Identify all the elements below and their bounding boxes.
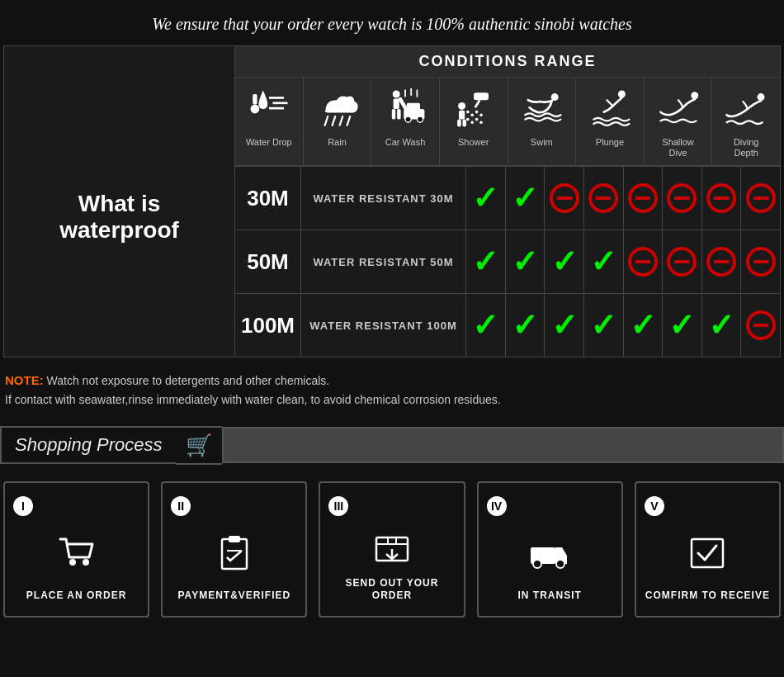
step-label: PAYMENT&VERIFIED (177, 589, 290, 603)
process-steps: I PLACE AN ORDERII PAYMENT&VERIFIEDIII S… (0, 481, 784, 618)
data-cell (545, 167, 584, 230)
data-cell (741, 230, 780, 293)
step-icon (214, 523, 255, 584)
diving-depth-label: DivingDepth (734, 137, 759, 159)
data-cell (663, 230, 702, 293)
svg-point-16 (405, 116, 411, 122)
svg-point-24 (470, 113, 474, 116)
step-label: SEND OUT YOUR ORDER (328, 577, 455, 603)
table-container: What is waterproof (4, 78, 780, 357)
note-text1: Watch not exposure to detergents and oth… (44, 374, 330, 387)
data-cell (702, 167, 742, 230)
data-cell: ✓ (702, 294, 742, 357)
svg-rect-10 (394, 98, 399, 109)
step-card: III SEND OUT YOUR ORDER (319, 481, 465, 618)
svg-rect-52 (692, 539, 723, 567)
step-card: V COMFIRM TO RECEIVE (635, 481, 781, 618)
diving-depth-icon (721, 84, 771, 134)
icon-cell-swim: Swim (508, 78, 577, 165)
table-row: 100MWATER RESISTANT 100M✓✓✓✓✓✓✓ (235, 293, 780, 357)
svg-point-28 (470, 121, 474, 124)
svg-point-26 (479, 113, 483, 116)
plunge-icon (585, 84, 635, 134)
data-cell (663, 167, 702, 230)
step-icon (687, 523, 728, 584)
banner-text: We ensure that your order every watch is… (152, 15, 632, 33)
cart-icon: 🛒 (176, 426, 222, 465)
step-roman: I (13, 496, 33, 516)
note-section: NOTE: Watch not exposure to detergents a… (0, 357, 784, 417)
process-line (222, 427, 784, 463)
svg-rect-15 (407, 103, 420, 112)
data-cell (741, 294, 780, 357)
svg-line-8 (347, 116, 351, 125)
data-cell: ✓ (584, 294, 624, 357)
svg-line-5 (325, 116, 328, 125)
shallow-dive-label: ShallowDive (662, 137, 694, 159)
data-cell: ✓ (466, 167, 506, 230)
data-cell: ✓ (506, 167, 545, 230)
shopping-process-section: Shopping Process 🛒 I PLACE AN ORDERII PA… (0, 418, 784, 634)
step-icon (529, 523, 570, 584)
car-wash-icon (380, 84, 430, 134)
data-cell: ✓ (624, 294, 664, 357)
resistance-label: 30M (235, 167, 301, 230)
svg-point-17 (417, 116, 423, 122)
note-line2: If contact with seawater,rinse immediate… (5, 391, 779, 409)
svg-point-35 (551, 93, 559, 101)
data-cell: ✓ (466, 294, 506, 357)
shallow-dive-icon (654, 84, 703, 134)
car-wash-label: Car Wash (385, 137, 426, 148)
svg-line-6 (333, 116, 336, 125)
svg-line-7 (340, 116, 343, 125)
step-card: IV IN TRANSIT (477, 481, 623, 618)
shower-label: Shower (458, 137, 489, 148)
data-cell (584, 167, 624, 230)
swim-label: Swim (531, 137, 553, 148)
step-label: IN TRANSIT (518, 589, 582, 603)
conditions-title: CONDITIONS RANGE (418, 53, 596, 69)
resistance-text-label: WATER RESISTANT 50M (301, 230, 466, 293)
table-row: 30MWATER RESISTANT 30M✓✓ (235, 166, 780, 230)
svg-point-50 (533, 560, 541, 568)
svg-point-31 (458, 102, 465, 110)
data-cell: ✓ (663, 294, 702, 357)
svg-point-30 (479, 121, 483, 124)
conditions-header: CONDITIONS RANGE (235, 46, 780, 78)
step-roman: III (328, 496, 348, 516)
data-cell: ✓ (545, 294, 584, 357)
note-label: NOTE: (5, 373, 44, 387)
svg-line-22 (475, 100, 479, 107)
data-cell (624, 167, 664, 230)
icon-cell-plunge: Plunge (576, 78, 645, 165)
step-icon (56, 523, 97, 584)
step-icon (371, 523, 413, 570)
step-roman: IV (487, 496, 507, 516)
svg-point-25 (475, 111, 478, 114)
svg-point-1 (250, 105, 259, 114)
water-drop-label: Water Drop (246, 137, 292, 148)
icon-cell-water-drop: Water Drop (235, 78, 304, 165)
table-row: 50MWATER RESISTANT 50M✓✓✓✓ (235, 230, 780, 293)
data-cell (702, 230, 742, 293)
svg-point-39 (69, 559, 76, 566)
step-label: COMFIRM TO RECEIVE (645, 589, 770, 603)
plunge-label: Plunge (596, 137, 624, 148)
icon-cell-shower: Shower (440, 78, 508, 165)
svg-rect-42 (229, 536, 240, 542)
svg-point-40 (83, 559, 89, 566)
svg-point-27 (466, 118, 470, 121)
conditions-grid: Water Drop Rain (235, 78, 780, 357)
icon-cell-shallow-dive: ShallowDive (645, 78, 713, 165)
process-title-box: Shopping Process (0, 426, 176, 464)
step-roman: II (171, 496, 191, 516)
top-banner: We ensure that your order every watch is… (0, 0, 784, 45)
shower-icon (449, 84, 498, 134)
rain-label: Rain (328, 137, 347, 148)
left-label-text: What is waterproof (21, 191, 218, 244)
svg-rect-11 (392, 109, 396, 120)
svg-point-23 (466, 111, 470, 114)
svg-rect-32 (459, 111, 465, 120)
left-label: What is waterproof (4, 78, 235, 357)
step-card: II PAYMENT&VERIFIED (161, 481, 307, 618)
